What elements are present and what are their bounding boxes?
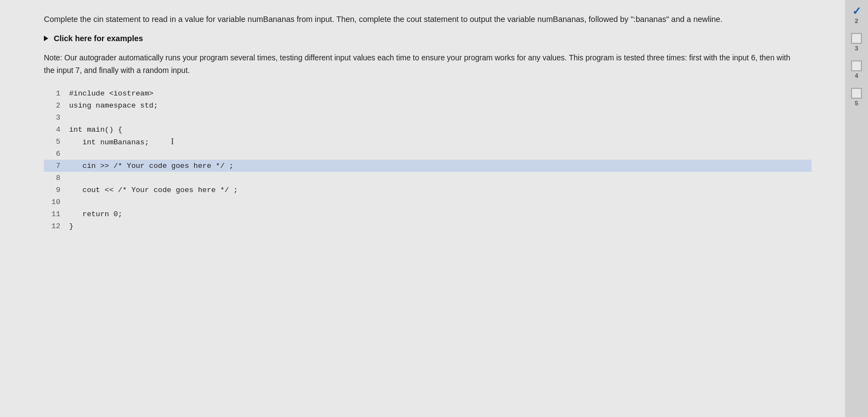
code-line-4[interactable]: 4int main() { xyxy=(44,123,812,136)
code-content-8[interactable] xyxy=(67,172,812,184)
sidebar-item-3[interactable]: 3 xyxy=(851,33,862,52)
sidebar-checkbox-4[interactable] xyxy=(851,60,862,71)
line-number-12: 12 xyxy=(44,220,67,232)
line-number-2: 2 xyxy=(44,99,67,111)
code-content-6[interactable] xyxy=(67,148,812,160)
code-line-2[interactable]: 2using namespace std; xyxy=(44,99,812,111)
code-line-12[interactable]: 12} xyxy=(44,220,812,232)
examples-link-label: Click here for examples xyxy=(54,34,143,43)
note-text: Note: Our autograder automatically runs … xyxy=(44,52,801,76)
examples-link[interactable]: Click here for examples xyxy=(44,34,827,43)
code-table: 1#include <iostream>2using namespace std… xyxy=(44,87,812,232)
code-line-9[interactable]: 9 cout << /* Your code goes here */ ; xyxy=(44,184,812,196)
sidebar-number-5: 5 xyxy=(855,100,858,106)
cursor-beam: I xyxy=(171,137,174,146)
code-content-3[interactable] xyxy=(67,111,812,123)
code-content-5[interactable]: int numBananas;I xyxy=(67,136,812,148)
code-content-10[interactable] xyxy=(67,196,812,208)
line-number-3: 3 xyxy=(44,111,67,123)
code-content-12[interactable]: } xyxy=(67,220,812,232)
line-number-4: 4 xyxy=(44,123,67,136)
code-content-7[interactable]: cin >> /* Your code goes here */ ; xyxy=(67,160,812,172)
check-icon: ✓ xyxy=(852,5,861,16)
description-text: Complete the cin statement to read in a … xyxy=(44,13,801,25)
main-content: Complete the cin statement to read in a … xyxy=(0,0,845,417)
sidebar-item-2[interactable]: ✓ 2 xyxy=(852,5,861,24)
code-content-2[interactable]: using namespace std; xyxy=(67,99,812,111)
sidebar-number-2: 2 xyxy=(855,18,858,24)
code-line-11[interactable]: 11 return 0; xyxy=(44,208,812,220)
sidebar-item-5[interactable]: 5 xyxy=(851,88,862,106)
line-number-5: 5 xyxy=(44,136,67,148)
sidebar-number-4: 4 xyxy=(855,72,858,79)
sidebar-checkbox-3[interactable] xyxy=(851,33,862,44)
line-number-6: 6 xyxy=(44,148,67,160)
sidebar-item-4[interactable]: 4 xyxy=(851,60,862,79)
code-line-7[interactable]: 7 cin >> /* Your code goes here */ ; xyxy=(44,160,812,172)
line-number-10: 10 xyxy=(44,196,67,208)
code-line-10[interactable]: 10 xyxy=(44,196,812,208)
code-content-1[interactable]: #include <iostream> xyxy=(67,87,812,99)
right-sidebar: ✓ 2 3 4 5 xyxy=(845,0,868,417)
line-number-1: 1 xyxy=(44,87,67,99)
code-content-4[interactable]: int main() { xyxy=(67,123,812,136)
code-editor[interactable]: 1#include <iostream>2using namespace std… xyxy=(44,87,812,232)
code-content-11[interactable]: return 0; xyxy=(67,208,812,220)
code-line-8[interactable]: 8 xyxy=(44,172,812,184)
code-line-5[interactable]: 5 int numBananas;I xyxy=(44,136,812,148)
line-number-7: 7 xyxy=(44,160,67,172)
code-line-1[interactable]: 1#include <iostream> xyxy=(44,87,812,99)
sidebar-checkbox-5[interactable] xyxy=(851,88,862,99)
code-content-9[interactable]: cout << /* Your code goes here */ ; xyxy=(67,184,812,196)
line-number-8: 8 xyxy=(44,172,67,184)
sidebar-number-3: 3 xyxy=(855,45,858,52)
code-line-6[interactable]: 6 xyxy=(44,148,812,160)
triangle-icon xyxy=(44,36,48,41)
code-line-3[interactable]: 3 xyxy=(44,111,812,123)
line-number-11: 11 xyxy=(44,208,67,220)
line-number-9: 9 xyxy=(44,184,67,196)
